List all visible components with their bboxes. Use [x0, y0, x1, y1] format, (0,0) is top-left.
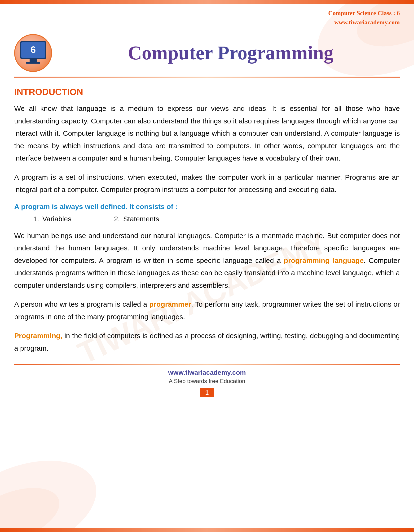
page-number-area: 1 — [0, 388, 414, 397]
svg-rect-7 — [29, 59, 37, 62]
header: Computer Science Class : 6 www.tiwariaca… — [0, 4, 414, 27]
footer-tagline: A Step towards free Education — [14, 378, 400, 384]
footer: www.tiwariacademy.com A Step towards fre… — [0, 365, 414, 384]
intro-para2: A program is a set of instructions, when… — [14, 171, 400, 196]
chapter-badge: 6 — [14, 34, 52, 72]
programming-highlight: Programming, — [14, 332, 62, 340]
footer-website: www.tiwariacademy.com — [14, 369, 400, 376]
chapter-title: Computer Programming — [52, 42, 400, 64]
programming-language-highlight: programming language — [284, 256, 364, 264]
intro-para3: We human beings use and understand our n… — [14, 230, 400, 292]
svg-point-4 — [0, 477, 67, 532]
list-item-statements: 2. Statements — [114, 215, 159, 223]
list-item1-number: 1. — [33, 215, 39, 223]
para4-text-middle: a program is called a — [78, 300, 149, 308]
programmer-highlight: programmer — [149, 300, 191, 308]
monitor-svg: 6 — [17, 39, 50, 67]
main-content: INTRODUCTION We all know that language i… — [0, 77, 414, 354]
writes-text: writes — [60, 300, 78, 308]
intro-para1: We all know that language is a medium to… — [14, 102, 400, 165]
top-bar — [0, 0, 414, 4]
header-website: www.tiwariacademy.com — [328, 18, 400, 27]
svg-point-3 — [0, 442, 109, 532]
para5-rest: in the field of computers is defined as … — [14, 332, 400, 352]
para4-text-before: A person who — [14, 300, 60, 308]
title-section: 6 Computer Programming — [0, 27, 414, 72]
class-label: Computer Science Class : 6 — [328, 9, 400, 18]
bottom-bar — [0, 528, 414, 532]
list-item-variables: 1. Variables — [33, 215, 71, 223]
program-list: 1. Variables 2. Statements — [14, 215, 400, 223]
introduction-heading: INTRODUCTION — [14, 87, 400, 97]
svg-rect-8 — [26, 62, 40, 64]
list-item1-label: Variables — [42, 215, 71, 223]
page-number: 1 — [200, 388, 214, 397]
intro-para4: A person who writes a program is called … — [14, 298, 400, 323]
program-subheading: A program is always well defined. It con… — [14, 203, 400, 211]
header-text: Computer Science Class : 6 www.tiwariaca… — [328, 9, 400, 27]
list-item2-label: Statements — [123, 215, 159, 223]
svg-text:6: 6 — [30, 44, 36, 55]
list-item2-number: 2. — [114, 215, 120, 223]
intro-para5: Programming, in the field of computers i… — [14, 330, 400, 354]
